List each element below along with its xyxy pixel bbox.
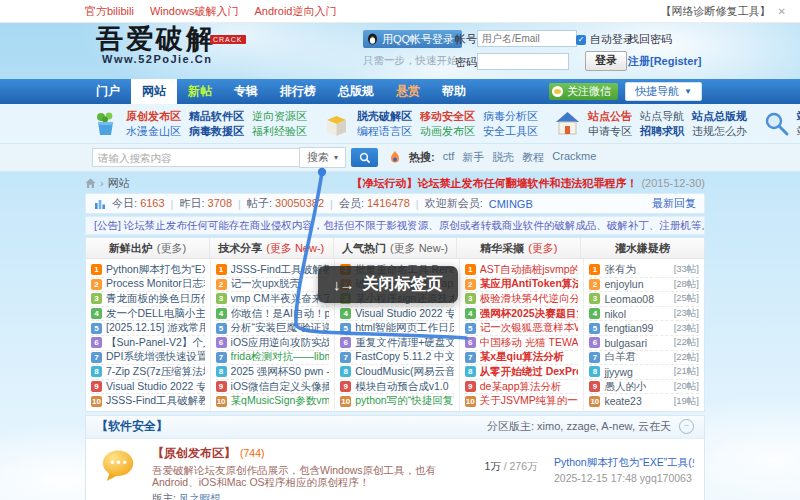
section-title[interactable]: 【软件安全】 (96, 418, 168, 435)
moderator-link[interactable]: 风之暇想 (179, 492, 221, 500)
topic-link[interactable]: html智能网页工作日历备忘录 (355, 321, 454, 335)
topic-item[interactable]: 7DPI系统增强快速设置工具v1. (91, 351, 205, 366)
topic-link[interactable]: 中国移动 光猫 TEWA-7560B (480, 336, 579, 350)
topic-link[interactable]: 模块自动预合成v1.0 (355, 380, 448, 394)
topic-link[interactable]: 【Sun-Panel-V2】个人NAS导 (106, 336, 205, 350)
more-link[interactable]: (更多 New-) (266, 241, 324, 256)
topic-link[interactable]: 关于JSVMP纯算的一些取巧方 (480, 394, 579, 408)
password-input[interactable] (477, 53, 569, 70)
search-button[interactable] (351, 148, 378, 167)
rank-item[interactable]: 3Leomao08[25帖] (589, 292, 699, 307)
category-link[interactable]: 移动安全区 (420, 109, 475, 124)
topic-link[interactable]: 某小程序sign还原技术 (355, 292, 454, 306)
nav-tab-专辑[interactable]: 专辑 (223, 79, 269, 104)
member-link[interactable]: bulgasari (604, 337, 647, 349)
topic-item[interactable]: 7某x星qiu算法分析 (465, 351, 579, 366)
auto-login-checkbox[interactable]: ✓ 自动登录 (576, 32, 634, 47)
topic-link[interactable]: 7-Zip ZS(7z压缩算法增强版)_ (106, 365, 205, 379)
hot-search-link[interactable]: 脱壳 (492, 150, 514, 165)
topic-link[interactable]: 从零开始绕过 DexProtector (480, 365, 579, 379)
wechat-follow-button[interactable]: 关注微信 (549, 83, 618, 100)
category-link[interactable]: 安全工具区 (483, 124, 538, 139)
topic-link[interactable]: 2025 强网杯S0 pwn - bph 复 (231, 365, 330, 379)
category-link[interactable]: 动画发布区 (420, 124, 475, 139)
member-link[interactable]: nikol (604, 308, 626, 320)
register-link[interactable]: 注册[Register] (628, 54, 701, 69)
topic-link[interactable]: iOS应用逆向攻防实战-雅俗共 (231, 336, 330, 350)
collapse-icon[interactable]: − (679, 419, 694, 434)
rank-item[interactable]: 9愚人的小[20帖] (589, 380, 699, 395)
topic-item[interactable]: 4强网杯2025决赛题目复现 (465, 307, 579, 322)
topic-link[interactable]: 你敢信！是AI自动！pyt (231, 307, 330, 321)
rank-item[interactable]: 10keate23[19帖] (589, 394, 699, 408)
latest-replies-link[interactable]: 最新回复 (652, 196, 696, 211)
topic-item[interactable]: 82025 强网杯S0 pwn - bph 复 (216, 365, 330, 380)
topic-link[interactable]: frida检测对抗——libmsa (231, 351, 330, 365)
home-icon[interactable] (85, 178, 96, 189)
topic-link[interactable]: iOS微信自定义头像插件逆向 (231, 380, 330, 394)
topic-link[interactable]: 记一次银狐恶意样本Window (480, 321, 579, 335)
topic-item[interactable]: 6重复文件清理+硬盘文件分析 (340, 336, 454, 351)
login-button[interactable]: 登录 (585, 51, 627, 71)
topic-link[interactable]: 记一次upx脱壳 (231, 278, 300, 292)
search-input[interactable] (92, 148, 299, 167)
member-link[interactable]: enjoylun (604, 278, 643, 290)
topic-item[interactable]: 1Python脚本打包为“EXE”工具 (91, 263, 205, 278)
qq-login-button[interactable]: 用QQ帐号登录 (363, 30, 462, 48)
topic-item[interactable]: 3极验滑块第4代逆向分析 (465, 292, 579, 307)
topic-link[interactable]: 某x星qiu算法分析 (480, 351, 565, 365)
topbar-link[interactable]: Android逆向入门 (255, 5, 337, 17)
category-link[interactable]: 编程语言区 (357, 124, 412, 139)
topic-item[interactable]: 10JSSS-Find工具破解教程 (一 (91, 394, 205, 408)
topic-link[interactable]: python写的“快捷回复”、“客 (355, 394, 454, 408)
topic-item[interactable]: 1JSSS-Find工具破解教程 (一 (216, 263, 330, 278)
topic-link[interactable]: 重复文件清理+硬盘文件分析 (355, 336, 454, 350)
topic-link[interactable]: vmp CM半夜兴奋来了,不 (231, 292, 330, 306)
topic-link[interactable]: CloudMusic(网易云音乐)_v3. (355, 365, 454, 379)
network-tool-link[interactable]: 【网络诊断修复工具】 (661, 4, 771, 19)
topic-item[interactable]: 7frida检测对抗——libmsa (216, 351, 330, 366)
topic-item[interactable]: 6中国移动 光猫 TEWA-7560B (465, 336, 579, 351)
rank-item[interactable]: 8jjyywg[21帖] (589, 365, 699, 380)
more-link[interactable]: (更多) (157, 241, 186, 256)
topic-item[interactable]: 8CloudMusic(网易云音乐)_v3. (340, 365, 454, 380)
search-type-select[interactable]: 搜索▾ (299, 147, 346, 168)
topic-link[interactable]: 发一个DELL电脑小主机用的 (106, 307, 205, 321)
topic-link[interactable]: 某qMusicSign参数vmp逆向 (231, 394, 330, 408)
find-password-link[interactable]: 找回密码 (628, 32, 672, 47)
topic-link[interactable]: JSSS-Find工具破解教程 (一 (106, 394, 205, 408)
quick-nav-button[interactable]: 快捷导航▼ (625, 82, 702, 101)
nav-tab-总版规[interactable]: 总版规 (327, 79, 385, 104)
topbar-link[interactable]: 官方bilibili (85, 5, 134, 17)
topic-link[interactable]: 分析“安装巨魔”验证逆向 (231, 321, 330, 335)
hot-search-link[interactable]: Crackme (552, 150, 596, 165)
checkbox-checked-icon[interactable]: ✓ (576, 35, 586, 45)
breadcrumb-section[interactable]: 网站 (108, 176, 130, 191)
nav-tab-门户[interactable]: 门户 (85, 79, 131, 104)
topic-item[interactable]: 3vmp CM半夜兴奋来了,不 (216, 292, 330, 307)
topic-item[interactable]: 3青龙面板的换色日历代码 (91, 292, 205, 307)
topbar-link[interactable]: Windows破解入门 (150, 5, 239, 17)
category-link[interactable]: 站点导航 (640, 109, 684, 124)
topic-item[interactable]: 5html智能网页工作日历备忘录 (340, 321, 454, 336)
category-link[interactable]: 招聘求职 (640, 124, 684, 139)
rank-item[interactable]: 7白羊君[22帖] (589, 351, 699, 366)
forum-notice[interactable]: 【净坛行动】论坛禁止发布任何翻墙软件和违法犯罪程序！(2015-12-30) (351, 176, 705, 191)
topic-link[interactable]: DPI系统增强快速设置工具v1. (106, 351, 205, 365)
category-link[interactable]: 违规怎么办 (692, 124, 747, 139)
topic-item[interactable]: 4你敢信！是AI自动！pyt (216, 307, 330, 322)
category-link[interactable]: 精品软件区 (189, 109, 244, 124)
topic-link[interactable]: FastCopy 5.11.2 中文绿色 (355, 351, 454, 365)
more-link[interactable]: (更多 New-) (390, 241, 448, 256)
topic-item[interactable]: 9Visual Studio 2022 专业版 社 (91, 380, 205, 395)
site-logo[interactable]: 吾爱破解CRACK Www.52PoJie.Cn (96, 26, 246, 65)
nav-tab-排行榜[interactable]: 排行榜 (269, 79, 327, 104)
topic-link[interactable]: Process Monitor日志求助 (106, 278, 205, 292)
category-link[interactable]: 站点公告 (588, 109, 632, 124)
rank-item[interactable]: 4nikol[23帖] (589, 307, 699, 322)
member-link[interactable]: 白羊君 (604, 351, 636, 365)
topic-item[interactable]: 2Process Monitor日志求助 (91, 278, 205, 293)
topic-item[interactable]: 2记一次upx脱壳 (216, 278, 330, 293)
topic-link[interactable]: Visual Studio 2022 专业 (355, 307, 454, 321)
topic-item[interactable]: 9模块自动预合成v1.0 (340, 380, 454, 395)
